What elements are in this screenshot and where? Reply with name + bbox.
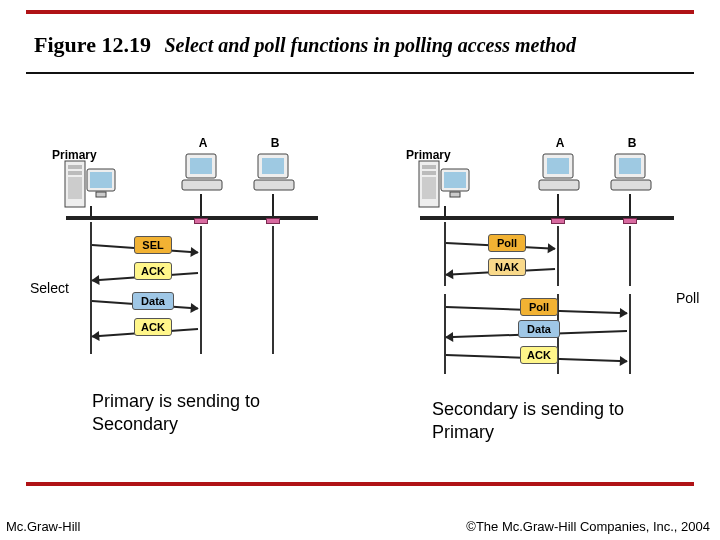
caption-left: Primary is sending to Secondary [92, 390, 312, 435]
primary-track-gap [444, 286, 446, 294]
nak-msg: NAK [488, 258, 526, 276]
station-a-pc-left [178, 152, 226, 194]
svg-rect-22 [539, 180, 579, 190]
station-a-drop-left [200, 194, 202, 216]
svg-rect-1 [68, 165, 82, 169]
station-a-label-left: A [196, 136, 210, 150]
svg-rect-16 [422, 177, 436, 199]
svg-rect-9 [182, 180, 222, 190]
bottom-red-rule [26, 482, 694, 486]
svg-rect-5 [90, 172, 112, 188]
svg-rect-6 [96, 192, 106, 197]
sel-msg: SEL [134, 236, 172, 254]
data-msg-right: Data [518, 320, 560, 338]
station-a-label-right: A [553, 136, 567, 150]
station-b-label-right: B [625, 136, 639, 150]
primary-track-right [444, 222, 446, 374]
svg-rect-12 [254, 180, 294, 190]
primary-monitor-left [86, 168, 116, 198]
svg-rect-19 [450, 192, 460, 197]
station-a-tap-right [551, 218, 565, 224]
station-a-track-left [200, 226, 202, 354]
ack2-msg-left: ACK [134, 318, 172, 336]
station-b-tap-left [266, 218, 280, 224]
station-b-pc-right [607, 152, 655, 194]
select-side-label: Select [30, 280, 69, 296]
station-a-pc-right [535, 152, 583, 194]
ack1-msg-left: ACK [134, 262, 172, 280]
svg-rect-14 [422, 165, 436, 169]
footer-publisher: Mc.Graw-Hill [6, 519, 80, 534]
ack-msg-right: ACK [520, 346, 558, 364]
bus-line-left [66, 216, 318, 220]
svg-rect-24 [619, 158, 641, 174]
svg-rect-25 [611, 180, 651, 190]
svg-rect-18 [444, 172, 466, 188]
caption-right: Secondary is sending to Primary [432, 398, 652, 443]
poll2-msg: Poll [520, 298, 558, 316]
data-msg-left: Data [132, 292, 174, 310]
station-b-label-left: B [268, 136, 282, 150]
top-red-rule [26, 10, 694, 14]
figure-title: Figure 12.19 Select and poll functions i… [34, 32, 576, 58]
station-b-drop-left [272, 194, 274, 216]
station-a-drop-right [557, 194, 559, 216]
primary-drop-right [444, 206, 446, 216]
a-track-gap [557, 286, 559, 294]
poll1-msg: Poll [488, 234, 526, 252]
primary-tower-left [64, 160, 86, 208]
title-underline [26, 72, 694, 74]
station-b-pc-left [250, 152, 298, 194]
station-b-drop-right [629, 194, 631, 216]
figure-number: Figure 12.19 [34, 32, 151, 57]
svg-rect-2 [68, 171, 82, 175]
svg-rect-15 [422, 171, 436, 175]
poll-side-label: Poll [676, 290, 699, 306]
station-b-tap-right [623, 218, 637, 224]
primary-monitor-right [440, 168, 470, 198]
station-b-track-right [629, 226, 631, 374]
primary-tower-right [418, 160, 440, 208]
b-track-gap [629, 286, 631, 294]
svg-rect-11 [262, 158, 284, 174]
svg-rect-21 [547, 158, 569, 174]
station-a-tap-left [194, 218, 208, 224]
station-b-track-left [272, 226, 274, 354]
svg-rect-8 [190, 158, 212, 174]
footer-copyright: ©The Mc.Graw-Hill Companies, Inc., 2004 [466, 519, 710, 534]
figure-caption: Select and poll functions in polling acc… [156, 34, 576, 56]
svg-rect-3 [68, 177, 82, 199]
primary-drop-left [90, 206, 92, 216]
